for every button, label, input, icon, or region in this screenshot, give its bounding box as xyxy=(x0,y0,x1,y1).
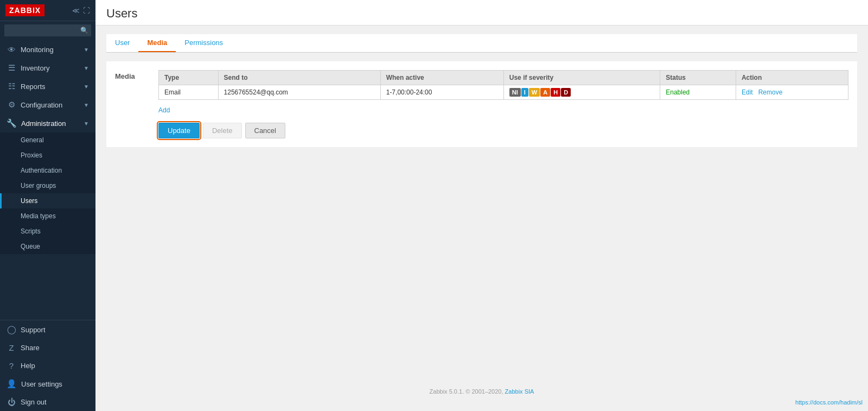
search-icon: 🔍 xyxy=(80,27,88,34)
help-icon: ? xyxy=(7,361,16,370)
button-row: Update Delete Cancel xyxy=(115,123,848,138)
sidebar-item-inventory[interactable]: ☰ Inventory ▼ xyxy=(0,59,95,77)
col-action: Action xyxy=(736,71,848,85)
remove-link[interactable]: Remove xyxy=(758,88,783,96)
administration-submenu: General Proxies Authentication User grou… xyxy=(0,132,95,254)
footer: Zabbix 5.0.1. © 2001–2020, Zabbix SIA xyxy=(95,383,868,400)
media-table: Type Send to When active Use if severity… xyxy=(158,70,848,100)
cell-status: Enabled xyxy=(660,85,736,100)
sidebar-bottom: ◯ Support Z Share ? Help 👤 User settings… xyxy=(0,320,95,411)
monitoring-chevron: ▼ xyxy=(84,47,89,53)
sidebar-item-user-groups[interactable]: User groups xyxy=(0,178,95,193)
page-title: Users xyxy=(95,0,868,26)
cancel-button[interactable]: Cancel xyxy=(245,123,285,138)
reports-chevron: ▼ xyxy=(84,84,89,90)
support-icon: ◯ xyxy=(7,325,16,334)
search-box: 🔍 xyxy=(0,21,95,40)
share-icon: Z xyxy=(7,343,16,352)
share-label: Share xyxy=(21,344,40,352)
sidebar-controls: ≪ ⛶ xyxy=(72,7,90,15)
sidebar-item-queue[interactable]: Queue xyxy=(0,239,95,254)
reports-label: Reports xyxy=(21,83,46,91)
cell-when-active: 1-7,00:00-24:00 xyxy=(380,85,503,100)
user-settings-icon: 👤 xyxy=(7,379,17,389)
sidebar-item-media-types[interactable]: Media types xyxy=(0,208,95,224)
badge-h: H xyxy=(551,88,560,97)
tabs: User Media Permissions xyxy=(106,34,857,53)
administration-icon: 🔧 xyxy=(7,118,17,128)
table-row: Email 1256765524@qq.com 1-7,00:00-24:00 … xyxy=(159,85,848,100)
sidebar-item-share[interactable]: Z Share xyxy=(0,339,95,357)
sidebar-item-user-settings[interactable]: 👤 User settings xyxy=(0,375,95,393)
form-section: Media Type Send to When active Use if se… xyxy=(106,61,857,147)
inventory-label: Inventory xyxy=(21,64,49,72)
inventory-icon: ☰ xyxy=(7,63,16,73)
badge-ni: NI xyxy=(509,88,521,97)
col-severity: Use if severity xyxy=(503,71,660,85)
configuration-icon: ⚙ xyxy=(7,100,16,110)
sidebar-item-users[interactable]: Users xyxy=(0,193,95,208)
sign-out-icon: ⏻ xyxy=(7,397,16,407)
administration-chevron: ▼ xyxy=(84,121,89,127)
footer-text: Zabbix 5.0.1. © 2001–2020, xyxy=(430,388,503,395)
zabbix-logo: ZABBIX xyxy=(5,4,44,16)
add-media-link[interactable]: Add xyxy=(158,106,170,114)
sidebar-item-general[interactable]: General xyxy=(0,132,95,148)
sidebar-item-sign-out[interactable]: ⏻ Sign out xyxy=(0,393,95,411)
inventory-chevron: ▼ xyxy=(84,65,89,71)
sidebar-item-support[interactable]: ◯ Support xyxy=(0,320,95,339)
badge-a: A xyxy=(540,88,550,97)
reports-icon: ☷ xyxy=(7,81,16,91)
media-table-wrap: Media Type Send to When active Use if se… xyxy=(115,70,848,114)
support-label: Support xyxy=(21,326,46,334)
col-send-to: Send to xyxy=(218,71,380,85)
monitoring-icon: 👁 xyxy=(7,45,16,54)
sign-out-label: Sign out xyxy=(21,398,47,406)
sidebar-item-help[interactable]: ? Help xyxy=(0,357,95,375)
configuration-chevron: ▼ xyxy=(84,102,89,108)
update-button[interactable]: Update xyxy=(158,123,200,138)
badge-i: I xyxy=(521,88,528,97)
collapse-icon[interactable]: ≪ xyxy=(72,7,80,15)
sidebar-item-reports[interactable]: ☷ Reports ▼ xyxy=(0,77,95,96)
configuration-label: Configuration xyxy=(21,101,62,109)
search-input[interactable] xyxy=(4,24,91,36)
cell-severity: NI I W A H D xyxy=(503,85,660,100)
sidebar-item-proxies[interactable]: Proxies xyxy=(0,148,95,163)
media-label: Media xyxy=(115,70,148,80)
help-label: Help xyxy=(21,362,35,370)
tab-user[interactable]: User xyxy=(106,34,138,52)
main-content: Users User Media Permissions Media Type … xyxy=(95,0,868,411)
administration-label: Administration xyxy=(21,119,66,128)
sidebar: ZABBIX ≪ ⛶ 🔍 👁 Monitoring ▼ ☰ Inventory … xyxy=(0,0,95,411)
nav-section: 👁 Monitoring ▼ ☰ Inventory ▼ ☷ Reports ▼… xyxy=(0,40,95,255)
content-area: User Media Permissions Media Type Send t… xyxy=(95,26,868,383)
media-table-content: Type Send to When active Use if severity… xyxy=(158,70,848,114)
tab-permissions[interactable]: Permissions xyxy=(176,34,232,52)
user-settings-label: User settings xyxy=(21,380,62,388)
col-when-active: When active xyxy=(380,71,503,85)
cell-action: Edit Remove xyxy=(736,85,848,100)
badge-d: D xyxy=(561,88,571,97)
sidebar-item-administration[interactable]: 🔧 Administration ▼ xyxy=(0,114,95,132)
col-status: Status xyxy=(660,71,736,85)
monitoring-label: Monitoring xyxy=(21,46,54,54)
sidebar-item-scripts[interactable]: Scripts xyxy=(0,224,95,239)
sidebar-item-authentication[interactable]: Authentication xyxy=(0,163,95,178)
footer-url: https://docs.com/hadim/sl xyxy=(795,399,863,406)
badge-w: W xyxy=(529,88,540,97)
edit-link[interactable]: Edit xyxy=(742,88,753,96)
sidebar-item-configuration[interactable]: ⚙ Configuration ▼ xyxy=(0,96,95,114)
expand-icon[interactable]: ⛶ xyxy=(83,7,90,15)
status-enabled: Enabled xyxy=(666,88,690,96)
delete-button[interactable]: Delete xyxy=(203,123,242,138)
footer-link[interactable]: Zabbix SIA xyxy=(505,388,534,395)
tab-media[interactable]: Media xyxy=(138,34,176,52)
cell-send-to: 1256765524@qq.com xyxy=(218,85,380,100)
sidebar-header: ZABBIX ≪ ⛶ xyxy=(0,0,95,21)
cell-type: Email xyxy=(159,85,219,100)
sidebar-item-monitoring[interactable]: 👁 Monitoring ▼ xyxy=(0,41,95,59)
col-type: Type xyxy=(159,71,219,85)
severity-badges: NI I W A H D xyxy=(509,88,654,97)
